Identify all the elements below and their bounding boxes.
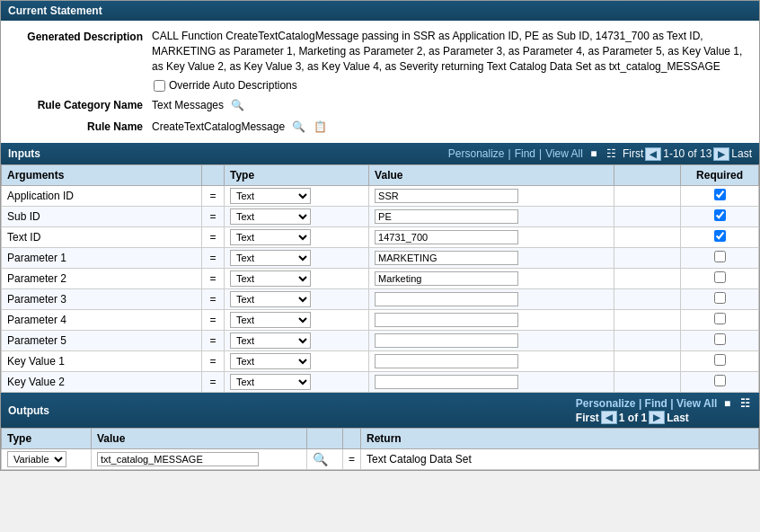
out-search-cell: 🔍 [307,449,343,470]
required-cell [681,372,759,393]
type-select[interactable]: Text Number Date [230,208,311,225]
inputs-pagination: First ◀ 1-10 of 13 ▶ Last [623,147,752,161]
type-select[interactable]: Text Number Date [230,250,311,266]
value-cell [369,351,614,372]
value-cell [369,269,614,289]
outputs-first-label: First [576,412,599,424]
type-select[interactable]: Text Number Date [230,270,311,287]
type-select[interactable]: Text Number Date [230,332,311,349]
out-col-return: Return [361,429,759,449]
eq-cell: = [202,186,225,207]
rule-name-copy-icon[interactable]: 📋 [312,119,328,135]
value-input[interactable] [375,313,518,327]
inputs-table-row: Text ID = Text Number Date [2,227,759,248]
rule-name-value-row: CreateTextCatalogMessage 🔍 📋 [152,119,752,135]
outputs-prev-btn[interactable]: ◀ [601,411,617,424]
rule-name-search-icon[interactable]: 🔍 [290,119,306,135]
value-input[interactable] [375,230,518,244]
type-select[interactable]: Text Number Date [230,188,311,204]
main-container: Current Statement Generated Description … [0,0,760,471]
required-checkbox[interactable] [714,209,726,221]
value-cell [369,207,614,227]
value-cell [369,227,614,248]
required-checkbox[interactable] [714,313,726,324]
type-select[interactable]: Text Number Date [230,374,311,390]
type-select[interactable]: Text Number Date [230,312,311,328]
value-input[interactable] [375,375,518,389]
outputs-viewall-link[interactable]: View All [676,397,717,410]
rule-name-value: CreateTextCatalogMessage [152,120,285,135]
type-cell: Text Number Date [224,331,368,351]
outputs-page-range: 1 of 1 [619,412,647,424]
type-cell: Text Number Date [224,351,368,372]
value-cell [369,289,614,310]
required-cell [681,269,759,289]
spacer-cell [614,331,680,351]
inputs-personalize-link[interactable]: Personalize [448,147,505,160]
required-cell [681,207,759,227]
override-row: Override Auto Descriptions [1,76,759,94]
type-select[interactable]: Text Number Date [230,353,311,369]
required-checkbox[interactable] [714,251,726,262]
required-checkbox[interactable] [714,189,726,200]
argument-cell: Parameter 3 [2,289,202,310]
out-value-input[interactable] [97,452,259,466]
inputs-page-range: 1-10 of 13 [663,147,711,160]
inputs-table-row: Parameter 4 = Text Number Date [2,310,759,331]
outputs-next-btn[interactable]: ▶ [649,411,665,424]
type-cell: Text Number Date [224,372,368,393]
inputs-grid-icon[interactable]: ■ [587,146,601,161]
rule-category-value-row: Text Messages 🔍 [152,97,752,113]
required-checkbox[interactable] [714,354,726,366]
type-select[interactable]: Text Number Date [230,291,311,307]
value-input[interactable] [375,354,518,368]
value-input[interactable] [375,209,518,224]
value-input[interactable] [375,271,518,286]
col-arguments: Arguments [2,165,202,186]
outputs-grid-icon[interactable]: ■ [720,396,735,411]
rule-category-search-icon[interactable]: 🔍 [229,97,245,113]
value-cell [369,310,614,331]
override-checkbox[interactable] [154,80,165,92]
value-cell [369,331,614,351]
inputs-last-label: Last [731,147,752,160]
spacer-cell [614,351,680,372]
spacer-cell [614,186,680,207]
value-input[interactable] [375,189,518,203]
inputs-prev-btn[interactable]: ◀ [645,147,661,161]
argument-cell: Key Value 1 [2,351,202,372]
argument-cell: Parameter 2 [2,269,202,289]
inputs-table-row: Key Value 1 = Text Number Date [2,351,759,372]
inputs-section-title: Inputs [8,147,40,160]
outputs-table-icon[interactable]: ☷ [738,396,752,411]
col-required: Required [681,165,759,186]
required-checkbox[interactable] [714,375,726,386]
type-cell: Text Number Date [224,248,368,269]
required-checkbox[interactable] [714,271,726,283]
value-input[interactable] [375,251,518,265]
outputs-find-link[interactable]: Find [645,397,667,410]
value-input[interactable] [375,333,518,348]
type-cell: Text Number Date [224,289,368,310]
eq-cell: = [202,331,225,351]
out-type-select[interactable]: Variable Field [7,451,66,467]
out-search-icon[interactable]: 🔍 [313,452,328,466]
form-value-category: Text Messages 🔍 [152,97,752,113]
spacer-cell [614,207,680,227]
col-type: Type [224,165,368,186]
outputs-personalize-link[interactable]: Personalize [576,397,636,410]
inputs-table-icon[interactable]: ☷ [605,146,619,161]
eq-cell: = [202,351,225,372]
current-statement-header: Current Statement [1,1,759,21]
value-input[interactable] [375,292,518,306]
outputs-section-title: Outputs [8,404,49,417]
eq-cell: = [202,207,225,227]
required-checkbox[interactable] [714,333,726,345]
required-checkbox[interactable] [714,230,726,242]
required-checkbox[interactable] [714,292,726,304]
inputs-viewall-link[interactable]: View All [545,147,583,160]
rule-name-row: Rule Name CreateTextCatalogMessage 🔍 📋 [1,116,759,137]
type-select[interactable]: Text Number Date [230,229,311,245]
inputs-find-link[interactable]: Find [515,147,535,160]
inputs-next-btn[interactable]: ▶ [713,147,729,161]
